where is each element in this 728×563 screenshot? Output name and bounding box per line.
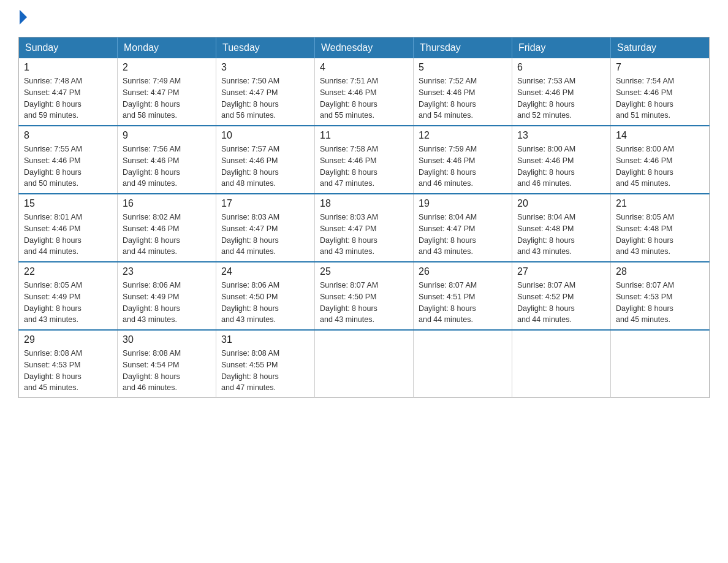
day-info: Sunrise: 7:48 AM Sunset: 4:47 PM Dayligh… bbox=[24, 75, 112, 121]
day-of-week-header: Tuesday bbox=[216, 37, 315, 59]
day-number: 15 bbox=[24, 198, 112, 209]
day-info: Sunrise: 7:58 AM Sunset: 4:46 PM Dayligh… bbox=[320, 144, 408, 190]
day-info: Sunrise: 8:07 AM Sunset: 4:51 PM Dayligh… bbox=[419, 280, 507, 326]
day-number: 12 bbox=[419, 130, 507, 141]
calendar-cell: 13 Sunrise: 8:00 AM Sunset: 4:46 PM Dayl… bbox=[512, 126, 611, 194]
calendar-week-row: 1 Sunrise: 7:48 AM Sunset: 4:47 PM Dayli… bbox=[19, 58, 710, 126]
day-number: 17 bbox=[221, 198, 309, 209]
day-info: Sunrise: 8:05 AM Sunset: 4:48 PM Dayligh… bbox=[616, 212, 704, 258]
calendar-cell bbox=[414, 330, 512, 398]
day-info: Sunrise: 7:51 AM Sunset: 4:46 PM Dayligh… bbox=[320, 75, 408, 121]
day-info: Sunrise: 8:01 AM Sunset: 4:46 PM Dayligh… bbox=[24, 212, 112, 258]
calendar-cell: 11 Sunrise: 7:58 AM Sunset: 4:46 PM Dayl… bbox=[315, 126, 414, 194]
day-number: 4 bbox=[320, 62, 408, 73]
day-number: 18 bbox=[320, 198, 408, 209]
day-info: Sunrise: 7:59 AM Sunset: 4:46 PM Dayligh… bbox=[419, 144, 507, 190]
day-number: 28 bbox=[616, 266, 704, 277]
calendar-cell: 6 Sunrise: 7:53 AM Sunset: 4:46 PM Dayli… bbox=[512, 58, 611, 126]
day-info: Sunrise: 8:07 AM Sunset: 4:50 PM Dayligh… bbox=[320, 280, 408, 326]
calendar-cell: 22 Sunrise: 8:05 AM Sunset: 4:49 PM Dayl… bbox=[19, 262, 118, 330]
calendar-cell: 9 Sunrise: 7:56 AM Sunset: 4:46 PM Dayli… bbox=[118, 126, 216, 194]
day-number: 13 bbox=[517, 130, 605, 141]
calendar-cell bbox=[315, 330, 414, 398]
calendar-cell: 25 Sunrise: 8:07 AM Sunset: 4:50 PM Dayl… bbox=[315, 262, 414, 330]
calendar-week-row: 29 Sunrise: 8:08 AM Sunset: 4:53 PM Dayl… bbox=[19, 330, 710, 398]
day-info: Sunrise: 8:05 AM Sunset: 4:49 PM Dayligh… bbox=[24, 280, 112, 326]
calendar-cell: 30 Sunrise: 8:08 AM Sunset: 4:54 PM Dayl… bbox=[118, 330, 216, 398]
calendar-cell: 4 Sunrise: 7:51 AM Sunset: 4:46 PM Dayli… bbox=[315, 58, 414, 126]
day-number: 3 bbox=[221, 62, 309, 73]
page-header bbox=[18, 12, 710, 25]
day-number: 30 bbox=[123, 334, 211, 345]
calendar-cell: 24 Sunrise: 8:06 AM Sunset: 4:50 PM Dayl… bbox=[216, 262, 315, 330]
day-of-week-header: Wednesday bbox=[315, 37, 414, 59]
day-number: 2 bbox=[123, 62, 211, 73]
day-info: Sunrise: 8:02 AM Sunset: 4:46 PM Dayligh… bbox=[123, 212, 211, 258]
calendar-cell: 14 Sunrise: 8:00 AM Sunset: 4:46 PM Dayl… bbox=[611, 126, 710, 194]
day-info: Sunrise: 8:08 AM Sunset: 4:55 PM Dayligh… bbox=[221, 348, 309, 394]
day-info: Sunrise: 8:00 AM Sunset: 4:46 PM Dayligh… bbox=[616, 144, 704, 190]
day-info: Sunrise: 8:06 AM Sunset: 4:49 PM Dayligh… bbox=[123, 280, 211, 326]
day-info: Sunrise: 8:06 AM Sunset: 4:50 PM Dayligh… bbox=[221, 280, 309, 326]
calendar-cell: 8 Sunrise: 7:55 AM Sunset: 4:46 PM Dayli… bbox=[19, 126, 118, 194]
calendar-week-row: 8 Sunrise: 7:55 AM Sunset: 4:46 PM Dayli… bbox=[19, 126, 710, 194]
day-of-week-header: Sunday bbox=[19, 37, 118, 59]
calendar-cell: 10 Sunrise: 7:57 AM Sunset: 4:46 PM Dayl… bbox=[216, 126, 315, 194]
calendar-cell bbox=[611, 330, 710, 398]
day-number: 31 bbox=[221, 334, 309, 345]
day-info: Sunrise: 8:04 AM Sunset: 4:47 PM Dayligh… bbox=[419, 212, 507, 258]
day-number: 21 bbox=[616, 198, 704, 209]
day-info: Sunrise: 7:57 AM Sunset: 4:46 PM Dayligh… bbox=[221, 144, 309, 190]
day-info: Sunrise: 8:03 AM Sunset: 4:47 PM Dayligh… bbox=[221, 212, 309, 258]
calendar-cell: 20 Sunrise: 8:04 AM Sunset: 4:48 PM Dayl… bbox=[512, 194, 611, 262]
day-info: Sunrise: 7:56 AM Sunset: 4:46 PM Dayligh… bbox=[123, 144, 211, 190]
calendar-cell: 1 Sunrise: 7:48 AM Sunset: 4:47 PM Dayli… bbox=[19, 58, 118, 126]
day-info: Sunrise: 7:54 AM Sunset: 4:46 PM Dayligh… bbox=[616, 75, 704, 121]
logo-triangle-icon bbox=[20, 10, 27, 25]
calendar-table: SundayMondayTuesdayWednesdayThursdayFrid… bbox=[18, 37, 710, 398]
calendar-cell: 5 Sunrise: 7:52 AM Sunset: 4:46 PM Dayli… bbox=[414, 58, 512, 126]
calendar-cell: 12 Sunrise: 7:59 AM Sunset: 4:46 PM Dayl… bbox=[414, 126, 512, 194]
day-number: 9 bbox=[123, 130, 211, 141]
calendar-week-row: 15 Sunrise: 8:01 AM Sunset: 4:46 PM Dayl… bbox=[19, 194, 710, 262]
day-number: 26 bbox=[419, 266, 507, 277]
calendar-cell: 16 Sunrise: 8:02 AM Sunset: 4:46 PM Dayl… bbox=[118, 194, 216, 262]
day-number: 8 bbox=[24, 130, 112, 141]
day-number: 10 bbox=[221, 130, 309, 141]
calendar-header-row: SundayMondayTuesdayWednesdayThursdayFrid… bbox=[19, 37, 710, 59]
day-of-week-header: Monday bbox=[118, 37, 216, 59]
calendar-cell: 21 Sunrise: 8:05 AM Sunset: 4:48 PM Dayl… bbox=[611, 194, 710, 262]
day-info: Sunrise: 8:08 AM Sunset: 4:54 PM Dayligh… bbox=[123, 348, 211, 394]
day-info: Sunrise: 8:03 AM Sunset: 4:47 PM Dayligh… bbox=[320, 212, 408, 258]
day-info: Sunrise: 8:07 AM Sunset: 4:52 PM Dayligh… bbox=[517, 280, 605, 326]
day-number: 1 bbox=[24, 62, 112, 73]
day-number: 16 bbox=[123, 198, 211, 209]
day-number: 7 bbox=[616, 62, 704, 73]
day-number: 25 bbox=[320, 266, 408, 277]
day-info: Sunrise: 7:52 AM Sunset: 4:46 PM Dayligh… bbox=[419, 75, 507, 121]
day-number: 14 bbox=[616, 130, 704, 141]
day-number: 6 bbox=[517, 62, 605, 73]
day-number: 23 bbox=[123, 266, 211, 277]
day-number: 29 bbox=[24, 334, 112, 345]
day-number: 24 bbox=[221, 266, 309, 277]
calendar-cell: 29 Sunrise: 8:08 AM Sunset: 4:53 PM Dayl… bbox=[19, 330, 118, 398]
day-info: Sunrise: 7:53 AM Sunset: 4:46 PM Dayligh… bbox=[517, 75, 605, 121]
day-number: 27 bbox=[517, 266, 605, 277]
calendar-week-row: 22 Sunrise: 8:05 AM Sunset: 4:49 PM Dayl… bbox=[19, 262, 710, 330]
day-info: Sunrise: 7:55 AM Sunset: 4:46 PM Dayligh… bbox=[24, 144, 112, 190]
day-number: 20 bbox=[517, 198, 605, 209]
logo bbox=[18, 12, 27, 25]
day-of-week-header: Saturday bbox=[611, 37, 710, 59]
day-info: Sunrise: 7:50 AM Sunset: 4:47 PM Dayligh… bbox=[221, 75, 309, 121]
day-number: 11 bbox=[320, 130, 408, 141]
day-number: 19 bbox=[419, 198, 507, 209]
calendar-cell: 31 Sunrise: 8:08 AM Sunset: 4:55 PM Dayl… bbox=[216, 330, 315, 398]
day-info: Sunrise: 8:07 AM Sunset: 4:53 PM Dayligh… bbox=[616, 280, 704, 326]
calendar-cell: 23 Sunrise: 8:06 AM Sunset: 4:49 PM Dayl… bbox=[118, 262, 216, 330]
calendar-cell: 2 Sunrise: 7:49 AM Sunset: 4:47 PM Dayli… bbox=[118, 58, 216, 126]
calendar-cell: 3 Sunrise: 7:50 AM Sunset: 4:47 PM Dayli… bbox=[216, 58, 315, 126]
calendar-cell: 15 Sunrise: 8:01 AM Sunset: 4:46 PM Dayl… bbox=[19, 194, 118, 262]
day-number: 22 bbox=[24, 266, 112, 277]
calendar-cell: 26 Sunrise: 8:07 AM Sunset: 4:51 PM Dayl… bbox=[414, 262, 512, 330]
